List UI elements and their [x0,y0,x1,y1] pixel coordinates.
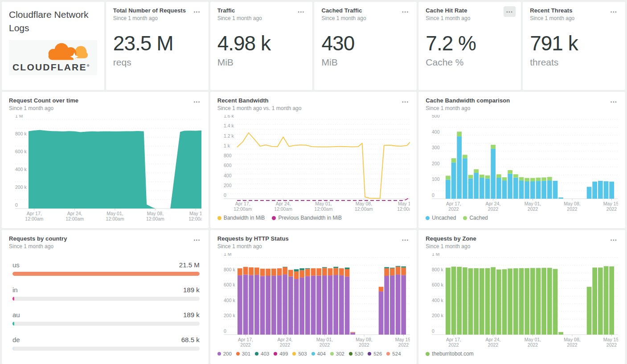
legend-item[interactable]: 200 [217,351,232,356]
svg-text:Apr 17,: Apr 17, [446,337,461,342]
ellipsis-menu-icon[interactable]: ... [399,234,412,245]
country-bar[interactable] [12,322,200,326]
svg-text:200 k: 200 k [432,313,443,318]
panel-title: Recent Bandwidth [217,97,410,104]
legend-dot-icon [426,352,430,356]
svg-text:300: 300 [432,145,440,150]
legend-item[interactable]: theburritobot.com [426,351,473,357]
chart-legend: Uncached Cached [426,213,618,223]
svg-text:400: 400 [432,129,440,135]
country-value: 68.5 k [181,336,200,344]
legend-dot-icon [426,216,430,220]
svg-text:12:00am: 12:00am [274,206,292,212]
panel-total-requests: Total Number of Requests Since 1 month a… [106,2,209,90]
country-label: us [12,261,20,269]
ellipsis-menu-icon[interactable]: ... [295,6,307,17]
svg-text:0: 0 [432,328,434,334]
legend-item[interactable]: 526 [368,351,382,356]
panel-subtitle: Since 1 month ago [217,243,410,249]
country-label: au [12,311,20,319]
legend-dot-icon [349,352,352,356]
http-status-bar-chart[interactable]: 1 M800 k600 k400 k200 k0Apr 17,2022Apr 2… [217,253,410,349]
legend-item[interactable]: 302 [330,351,344,356]
legend-item[interactable]: 503 [292,351,307,356]
legend-dot-icon [217,216,221,220]
legend-item[interactable]: Bandwidth in MiB [217,215,265,221]
svg-text:500: 500 [432,115,440,119]
chart-legend: 200 301 403 499 503 404 302 530 526 524 [217,349,410,359]
svg-text:400 k: 400 k [432,298,443,303]
svg-text:Apr 17,: Apr 17, [446,201,461,206]
panel-title: Requests by country [9,235,201,242]
legend-item[interactable]: 403 [255,351,269,356]
ellipsis-menu-icon[interactable]: ... [607,6,620,17]
svg-text:May 15,: May 15, [603,201,618,206]
zone-bar-chart[interactable]: 1 M800 k600 k400 k200 k0Apr 17,2022Apr 2… [426,253,618,349]
svg-text:12:00am: 12:00am [146,216,164,221]
panel-requests-by-country: Requests by country Since 1 month ago ..… [2,230,209,364]
svg-text:2022: 2022 [528,206,538,212]
legend-item[interactable]: Uncached [426,215,456,221]
ellipsis-menu-icon[interactable]: ... [191,6,203,17]
panel-cache-bandwidth: Cache Bandwidth comparison Since 1 month… [418,92,625,228]
legend-item[interactable]: Previous Bandwidth in MiB [272,215,342,221]
legend-item[interactable]: 404 [311,351,326,356]
billboard-value: 7.2 % [426,31,514,55]
panel-subtitle: Since 1 month ago [9,243,201,249]
recent-bandwidth-line-chart[interactable]: 1.6 k1.4 k1.2 k1 k8006004002000Apr 17,12… [217,115,410,213]
panel-title: Requests by Zone [426,235,618,242]
country-row: in 189 k [9,286,201,301]
ellipsis-menu-icon[interactable]: ... [191,96,203,107]
legend-dot-icon [255,352,258,356]
country-row: de 68.5 k [9,336,201,351]
svg-text:1.6 k: 1.6 k [224,115,234,119]
svg-text:12:00a: 12:00a [189,216,201,221]
svg-text:Apr 24,: Apr 24, [67,211,82,216]
svg-text:May 01,: May 01, [525,337,541,342]
cache-bandwidth-bar-chart[interactable]: 5004003002001000Apr 17,2022Apr 24,2022Ma… [426,115,618,213]
ellipsis-menu-icon[interactable]: ... [504,6,516,17]
country-bar[interactable] [12,272,200,276]
ellipsis-menu-icon[interactable]: ... [191,234,203,245]
legend-item[interactable]: 301 [236,351,250,356]
svg-text:200: 200 [224,183,232,188]
svg-text:May 08,: May 08, [564,201,581,206]
svg-text:May 08,: May 08, [356,337,372,342]
svg-text:12:00am: 12:00am [355,206,373,212]
billboard-unit: threats [530,57,618,68]
ellipsis-menu-icon[interactable]: ... [607,234,620,245]
chart-legend: Bandwidth in MiB Previous Bandwidth in M… [217,213,410,223]
svg-text:12:00am: 12:00am [66,216,84,221]
svg-text:200 k: 200 k [15,184,27,190]
legend-dot-icon [368,352,371,356]
ellipsis-menu-icon[interactable]: ... [607,96,620,107]
svg-text:2022: 2022 [319,342,330,348]
legend-item[interactable]: 524 [386,351,401,356]
country-bar[interactable] [12,297,200,301]
svg-text:2022: 2022 [607,206,617,212]
cloudflare-logo-text: CLOUDFLARE® [12,62,94,72]
panel-recent-threats: Recent Threats Since 1 month ago ... 791… [523,2,625,90]
legend-item[interactable]: 530 [349,351,363,356]
billboard-value: 23.5 M [113,31,201,55]
panel-title: Recent Threats [530,7,618,14]
svg-text:1 k: 1 k [224,143,230,148]
legend-dot-icon [311,352,315,356]
svg-text:800 k: 800 k [432,267,443,272]
svg-text:2022: 2022 [607,342,617,348]
country-row: au 189 k [9,311,201,326]
legend-item[interactable]: Cached [463,215,488,221]
svg-text:12:00am: 12:00am [314,206,332,212]
country-label: in [12,286,18,294]
svg-text:May 08,: May 08, [355,201,372,206]
ellipsis-menu-icon[interactable]: ... [399,6,412,17]
svg-text:0: 0 [224,192,226,198]
request-count-area-chart[interactable]: 1 M800 k600 k400 k200 k0Apr 17,12:00amAp… [9,115,201,223]
legend-item[interactable]: 499 [274,351,288,356]
svg-text:May 1: May 1 [398,201,410,206]
trademark-mark: ® [87,64,90,68]
ellipsis-menu-icon[interactable]: ... [399,96,412,107]
panel-title: Total Number of Requests [113,7,201,14]
billboard-value: 791 k [530,31,618,55]
country-bar[interactable] [12,347,200,351]
